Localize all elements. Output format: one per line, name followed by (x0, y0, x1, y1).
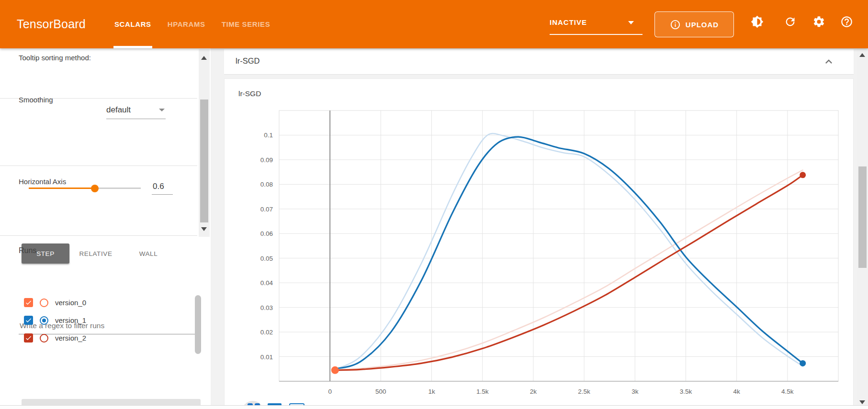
axis-button-relative[interactable]: RELATIVE (69, 243, 122, 264)
collapse-section-button[interactable] (822, 55, 835, 68)
smoothing-label: Smoothing (19, 96, 53, 104)
smoothing-value-input[interactable] (152, 182, 173, 195)
svg-text:0.05: 0.05 (260, 255, 273, 262)
nav-tabs: SCALARSHPARAMSTIME SERIES (113, 0, 271, 48)
tooltip-sorting-label: Tooltip sorting method: (19, 53, 101, 63)
tooltip-sorting-value: default (106, 103, 166, 117)
run-checkbox[interactable] (24, 298, 33, 307)
tooltip-sorting-dropdown[interactable]: default (106, 103, 166, 119)
svg-text:0.01: 0.01 (260, 354, 273, 361)
app-title: TensorBoard (17, 0, 86, 48)
tensorboard-app: TensorBoard SCALARSHPARAMSTIME SERIES IN… (0, 0, 868, 409)
run-label: version_1 (55, 316, 86, 324)
svg-text:3k: 3k (631, 388, 639, 395)
dropdown-underline (550, 34, 643, 35)
svg-text:0.09: 0.09 (260, 156, 273, 164)
run-checkbox[interactable] (24, 316, 33, 325)
upload-button[interactable]: UPLOAD (654, 11, 734, 37)
axis-button-wall[interactable]: WALL (122, 243, 175, 264)
svg-text:1.5k: 1.5k (476, 388, 489, 395)
page-scrollbar[interactable] (857, 48, 868, 409)
series-version-2-raw- (335, 170, 803, 370)
sidebar-scrollbar[interactable] (199, 49, 210, 237)
scroll-down-icon[interactable] (201, 227, 207, 231)
runs-scrollbar[interactable] (195, 295, 201, 354)
tab-scalars[interactable]: SCALARS (113, 0, 152, 48)
scroll-up-icon[interactable] (201, 56, 207, 60)
brightness-icon[interactable] (751, 15, 764, 28)
runs-label: Runs (19, 246, 36, 255)
scroll-down-icon[interactable] (859, 400, 865, 404)
run-radio[interactable] (40, 316, 48, 325)
svg-text:0.07: 0.07 (260, 206, 273, 213)
svg-text:0.08: 0.08 (260, 181, 273, 188)
run-row-version-2[interactable]: version_2 (24, 329, 86, 347)
horizontal-axis-label: Horizontal Axis (19, 177, 66, 186)
tab-hparams[interactable]: HPARAMS (167, 0, 206, 48)
page-scrollbar-thumb[interactable] (858, 166, 867, 268)
smoothing-slider[interactable] (29, 185, 141, 192)
horizontal-axis-buttons: STEPRELATIVEWALL (22, 243, 175, 264)
svg-text:0.06: 0.06 (260, 230, 273, 237)
series-version-0 (331, 366, 339, 374)
bottom-strip (0, 406, 868, 409)
settings-sidebar: Tooltip sorting method: default Smoothin… (0, 48, 211, 409)
chevron-down-icon (628, 21, 634, 24)
slider-track (94, 188, 141, 189)
scalar-chart[interactable]: 0.010.020.030.040.050.060.070.080.090.10… (225, 79, 854, 409)
svg-text:0.04: 0.04 (260, 279, 273, 287)
dropdown-underline (106, 119, 166, 119)
chevron-down-icon (159, 109, 165, 111)
data-status-dropdown[interactable]: INACTIVE (550, 14, 643, 33)
run-label: version_0 (55, 298, 86, 307)
svg-text:2.5k: 2.5k (578, 388, 590, 395)
divider (0, 166, 197, 166)
help-icon[interactable] (840, 15, 853, 28)
app-header: TensorBoard SCALARSHPARAMSTIME SERIES IN… (0, 0, 868, 48)
svg-text:500: 500 (375, 388, 386, 395)
run-row-version-1[interactable]: version_1 (24, 311, 86, 329)
scalar-chart-card: lr-SGD 0.010.020.030.040.050.060.070.080… (224, 78, 854, 409)
tab-time-series[interactable]: TIME SERIES (221, 0, 271, 48)
run-row-version-0[interactable]: version_0 (24, 294, 86, 311)
info-icon (670, 19, 681, 30)
svg-text:0.1: 0.1 (264, 132, 273, 139)
svg-text:4.5k: 4.5k (781, 388, 794, 395)
slider-thumb[interactable] (91, 185, 99, 192)
sidebar-scrollbar-thumb[interactable] (200, 99, 208, 222)
refresh-icon[interactable] (784, 15, 797, 28)
svg-text:3.5k: 3.5k (680, 388, 692, 395)
svg-text:2k: 2k (530, 388, 537, 395)
svg-text:0.03: 0.03 (260, 304, 273, 311)
run-label: version_2 (55, 334, 86, 342)
svg-text:1k: 1k (428, 388, 435, 395)
upload-label: UPLOAD (686, 21, 719, 29)
divider (0, 235, 197, 236)
scalar-section-header[interactable]: lr-SGD (224, 49, 854, 75)
series-version-1-smoothed-0-6- (335, 137, 803, 369)
svg-text:0: 0 (328, 388, 332, 395)
scroll-up-icon[interactable] (859, 53, 865, 57)
run-radio[interactable] (40, 298, 48, 307)
series-version-1-raw- (335, 133, 803, 369)
run-radio[interactable] (40, 334, 48, 343)
run-checkbox[interactable] (24, 333, 33, 343)
series-version-2-smoothed-0-6- (335, 175, 803, 370)
section-title: lr-SGD (236, 56, 259, 66)
chevron-up-icon (822, 55, 835, 68)
slider-fill (29, 188, 94, 189)
svg-text:0.02: 0.02 (260, 329, 273, 336)
settings-gear-icon[interactable] (812, 15, 825, 28)
svg-text:4k: 4k (733, 388, 741, 395)
